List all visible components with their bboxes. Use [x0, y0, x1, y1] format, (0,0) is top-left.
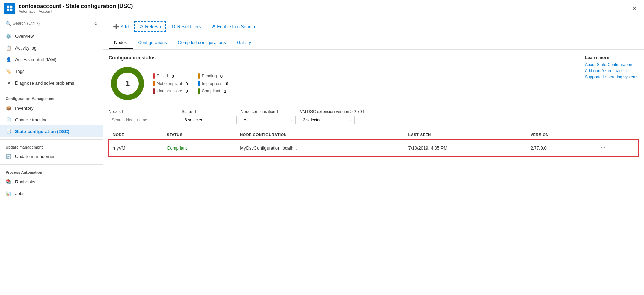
sidebar-item-overview[interactable]: ⚙️ Overview	[0, 30, 103, 42]
reset-filters-label: Reset filters	[177, 24, 201, 29]
tab-gallery[interactable]: Gallery	[231, 36, 256, 49]
more-actions-button[interactable]: ···	[599, 144, 608, 152]
table-row[interactable]: myVM Compliant MyDscConfiguration.localh…	[109, 140, 638, 156]
refresh-button[interactable]: ↺ Refresh	[134, 21, 166, 32]
col-last-seen: LAST SEEN	[404, 130, 526, 140]
compliant-value: 1	[224, 89, 226, 94]
refresh-icon: ↺	[139, 24, 143, 29]
main-content: ➕ Add ↺ Refresh ↺ Reset filters ↗ Enable…	[103, 17, 644, 292]
sidebar-search-row: 🔍 «	[0, 17, 103, 30]
status-pending: Pending 0	[198, 73, 233, 79]
failed-label: Failed	[157, 74, 168, 78]
sidebar-item-diagnose[interactable]: ✕ Diagnose and solve problems	[0, 77, 103, 89]
reset-icon: ↺	[172, 24, 176, 29]
config-status-block: Configuration status 1	[109, 55, 233, 102]
sidebar-item-update-management[interactable]: 🔄 Update management	[0, 151, 103, 162]
title-bar-left: contosoaccount - State configuration (DS…	[4, 3, 133, 14]
sidebar-item-state-configuration[interactable]: 📑 State configuration (DSC)	[0, 125, 103, 137]
reset-filters-button[interactable]: ↺ Reset filters	[167, 21, 206, 32]
config-status-title: Configuration status	[109, 55, 233, 61]
col-actions	[595, 130, 638, 140]
filter-node-config: Node configuration ℹ All	[241, 109, 296, 124]
vm-dsc-select[interactable]: 2 selected	[300, 116, 355, 124]
filter-vm-dsc-label: VM DSC extension version > 2.70 ℹ	[300, 109, 364, 114]
status-compliant: Compliant 1	[198, 88, 233, 94]
app-layout: 🔍 « ⚙️ Overview 📋 Activity log 👤 Access …	[0, 17, 644, 292]
filter-node-config-label: Node configuration ℹ	[241, 109, 296, 114]
sidebar-item-inventory[interactable]: 📦 Inventory	[0, 102, 103, 114]
add-icon: ➕	[113, 24, 119, 29]
unresponsive-value: 0	[185, 89, 188, 94]
filters-row: Nodes ℹ Status ℹ 6 selected	[109, 109, 638, 124]
col-status: STATUS	[163, 130, 236, 140]
tag-icon: 🏷️	[6, 68, 12, 74]
sub-title: Automation Account	[19, 9, 133, 13]
in-progress-label: In progress	[202, 81, 222, 86]
app-icon	[4, 3, 15, 14]
cell-node-configuration: MyDscConfiguration.localh...	[236, 140, 404, 156]
tabs-bar: Nodes Configurations Compiled configurat…	[103, 36, 644, 50]
sidebar-item-jobs[interactable]: 📊 Jobs	[0, 187, 103, 199]
filter-nodes-label: Nodes ℹ	[109, 109, 177, 114]
status-select[interactable]: 6 selected	[182, 116, 237, 124]
section-title-process-automation: Process Automation	[0, 167, 103, 176]
pending-color-bar	[198, 73, 200, 79]
nodes-search-input[interactable]	[109, 116, 177, 124]
learn-more-link-1[interactable]: Add non-Azure machine	[585, 68, 638, 73]
table-header: NODE STATUS NODE CONFIGURATION LAST SEEN…	[109, 130, 638, 140]
status-overview: Configuration status 1	[109, 55, 638, 102]
state-config-icon: 📑	[6, 128, 12, 134]
add-button[interactable]: ➕ Add	[109, 21, 133, 32]
sidebar-item-label: Activity log	[15, 45, 36, 51]
collapse-sidebar-button[interactable]: «	[91, 19, 100, 28]
activity-log-icon: 📋	[6, 45, 12, 51]
status-unresponsive: Unresponsive 0	[153, 88, 188, 94]
cell-node: myVM	[109, 140, 163, 156]
vm-dsc-info-icon: ℹ	[363, 110, 364, 114]
tab-compiled-configurations[interactable]: Compiled configurations	[172, 36, 231, 49]
sidebar-item-access-control[interactable]: 👤 Access control (IAM)	[0, 54, 103, 65]
sidebar-item-label: Tags	[15, 69, 24, 74]
overview-icon: ⚙️	[6, 33, 12, 39]
sidebar-item-runbooks[interactable]: 📚 Runbooks	[0, 176, 103, 187]
col-node: NODE	[109, 130, 163, 140]
unresponsive-label: Unresponsive	[157, 89, 182, 94]
sidebar-nav: ⚙️ Overview 📋 Activity log 👤 Access cont…	[0, 30, 103, 292]
not-compliant-label: Not compliant	[157, 81, 182, 86]
content-area: Configuration status 1	[103, 50, 644, 292]
enable-log-search-button[interactable]: ↗ Enable Log Search	[207, 21, 260, 32]
filter-status: Status ℹ 6 selected	[182, 109, 237, 124]
svg-rect-1	[10, 6, 13, 8]
failed-value: 0	[172, 74, 174, 79]
col-node-configuration: NODE CONFIGURATION	[236, 130, 404, 140]
tab-configurations[interactable]: Configurations	[133, 36, 173, 49]
sidebar-item-activity-log[interactable]: 📋 Activity log	[0, 42, 103, 54]
diagnose-icon: ✕	[6, 80, 12, 86]
filter-vm-dsc: VM DSC extension version > 2.70 ℹ 2 sele…	[300, 109, 364, 124]
cell-last-seen: 7/10/2019, 4:35 PM	[404, 140, 526, 156]
sidebar-item-label: Runbooks	[15, 179, 35, 184]
in-progress-color-bar	[198, 81, 200, 86]
learn-more-section: Learn more About State Configuration Add…	[585, 55, 638, 81]
filter-status-label: Status ℹ	[182, 109, 237, 114]
tab-nodes[interactable]: Nodes	[109, 36, 133, 49]
in-progress-value: 0	[226, 81, 228, 86]
search-input[interactable]	[3, 19, 90, 28]
sidebar-item-tags[interactable]: 🏷️ Tags	[0, 65, 103, 77]
close-button[interactable]: ✕	[629, 3, 640, 13]
status-in-progress: In progress 0	[198, 81, 233, 86]
cell-version: 2.77.0.0	[526, 140, 595, 156]
sidebar-item-change-tracking[interactable]: 📄 Change tracking	[0, 114, 103, 125]
sidebar-item-label: Diagnose and solve problems	[15, 80, 74, 86]
node-config-select[interactable]: All	[241, 116, 296, 124]
change-tracking-icon: 📄	[6, 117, 12, 123]
donut-chart: 1	[109, 65, 146, 102]
cell-more-actions: ···	[595, 140, 638, 156]
compliant-color-bar	[198, 88, 200, 94]
status-info-icon: ℹ	[195, 110, 196, 114]
nodes-info-icon: ℹ	[122, 110, 123, 114]
failed-color-bar	[153, 73, 155, 79]
learn-more-link-0[interactable]: About State Configuration	[585, 62, 638, 67]
learn-more-link-2[interactable]: Supported operating systems	[585, 75, 638, 79]
not-compliant-color-bar	[153, 81, 155, 86]
